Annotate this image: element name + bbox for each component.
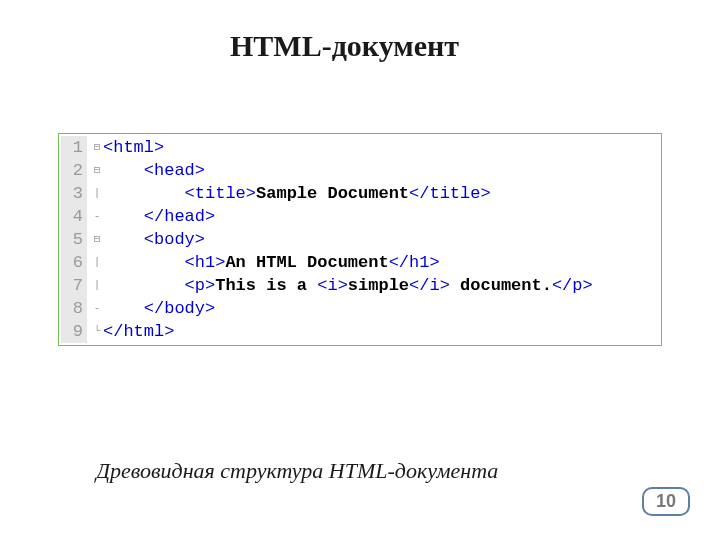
line-number: 3 — [61, 182, 87, 205]
fold-marker-icon: ⊟ — [91, 136, 103, 159]
code-source: <title>Sample Document</title> — [103, 182, 491, 205]
line-number: 5 — [61, 228, 87, 251]
line-number: 7 — [61, 274, 87, 297]
fold-marker-icon: | — [91, 182, 103, 205]
code-line: 3| <title>Sample Document</title> — [61, 182, 659, 205]
fold-marker-icon: | — [91, 274, 103, 297]
line-number: 8 — [61, 297, 87, 320]
code-line: 7| <p>This is a <i>simple</i> document.<… — [61, 274, 659, 297]
fold-marker-icon: ⊟ — [91, 159, 103, 182]
line-number: 9 — [61, 320, 87, 343]
code-line: 6| <h1>An HTML Document</h1> — [61, 251, 659, 274]
line-number: 6 — [61, 251, 87, 274]
code-line: 4- </head> — [61, 205, 659, 228]
fold-marker-icon: └ — [91, 320, 103, 343]
fold-marker-icon: ⊟ — [91, 228, 103, 251]
line-number: 4 — [61, 205, 87, 228]
line-number: 2 — [61, 159, 87, 182]
code-source: <h1>An HTML Document</h1> — [103, 251, 440, 274]
code-line: 1⊟<html> — [61, 136, 659, 159]
caption: Древовидная структура HTML-документа — [96, 457, 536, 485]
code-source: <head> — [103, 159, 205, 182]
code-line: 9└</html> — [61, 320, 659, 343]
fold-marker-icon: - — [91, 297, 103, 320]
code-source: <body> — [103, 228, 205, 251]
code-block: 1⊟<html>2⊟ <head>3| <title>Sample Docume… — [58, 133, 662, 346]
code-source: </html> — [103, 320, 174, 343]
fold-marker-icon: - — [91, 205, 103, 228]
code-line: 8- </body> — [61, 297, 659, 320]
page-number-badge: 10 — [642, 487, 690, 516]
fold-marker-icon: | — [91, 251, 103, 274]
code-source: <html> — [103, 136, 164, 159]
code-source: <p>This is a <i>simple</i> document.</p> — [103, 274, 593, 297]
code-line: 2⊟ <head> — [61, 159, 659, 182]
slide-title: HTML-документ — [230, 28, 530, 64]
code-line: 5⊟ <body> — [61, 228, 659, 251]
line-number: 1 — [61, 136, 87, 159]
code-source: </body> — [103, 297, 215, 320]
code-source: </head> — [103, 205, 215, 228]
